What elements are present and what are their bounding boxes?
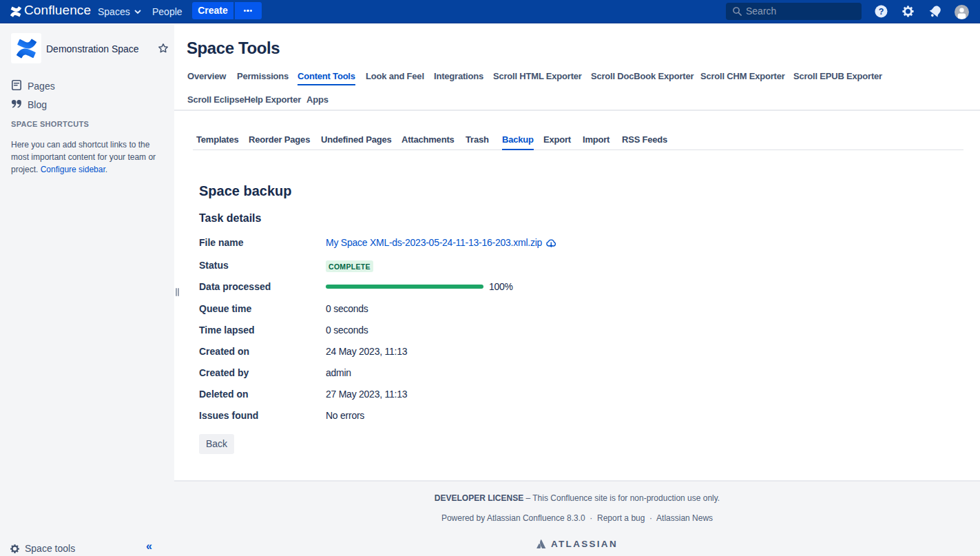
svg-text:?: ? bbox=[879, 7, 884, 17]
